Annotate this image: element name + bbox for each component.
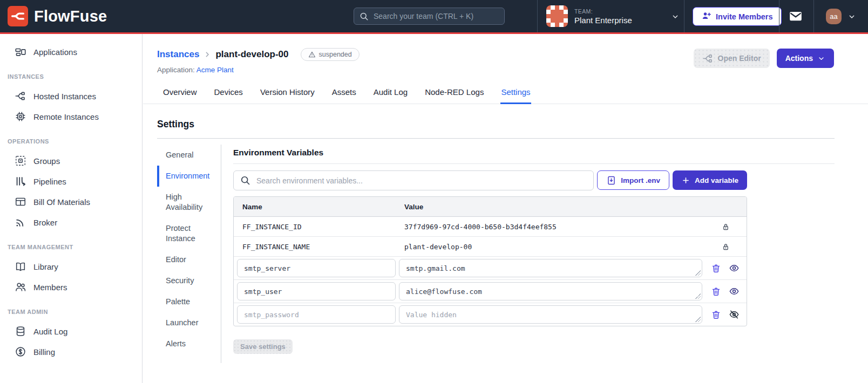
plus-icon bbox=[681, 176, 690, 185]
application-name-link[interactable]: Acme Plant bbox=[196, 66, 234, 74]
table-row: FF_INSTANCE_ID 37f7d969-97cd-4000-b650-b… bbox=[234, 217, 747, 237]
team-selector[interactable]: TEAM: Plant Enterprise bbox=[546, 5, 632, 27]
sidebar-item-hosted-instances[interactable]: Hosted Instances bbox=[0, 86, 142, 106]
sidebar-section-instances: INSTANCES bbox=[0, 71, 142, 82]
toggle-visibility-button[interactable] bbox=[729, 263, 740, 273]
pipelines-icon bbox=[15, 175, 26, 187]
sidebar-item-audit-log[interactable]: Audit Log bbox=[0, 321, 142, 341]
tab-version-history[interactable]: Version History bbox=[260, 83, 315, 104]
lock-icon bbox=[721, 222, 730, 231]
sidebar-item-label: Pipelines bbox=[33, 177, 66, 186]
settings-nav-environment[interactable]: Environment bbox=[157, 166, 221, 187]
breadcrumb-instances-link[interactable]: Instances bbox=[157, 49, 199, 60]
import-env-icon bbox=[606, 175, 616, 186]
sidebar-item-billing[interactable]: Billing bbox=[0, 341, 142, 362]
settings-nav-general[interactable]: General bbox=[157, 145, 221, 166]
env-var-value-input[interactable] bbox=[399, 305, 702, 324]
invite-members-button[interactable]: Invite Members bbox=[693, 7, 782, 26]
toggle-visibility-button[interactable] bbox=[729, 309, 740, 320]
brand-logo[interactable]: FlowFuse bbox=[8, 6, 107, 26]
open-editor-button[interactable]: Open Editor bbox=[694, 49, 770, 68]
env-search-input[interactable] bbox=[233, 170, 594, 190]
sidebar-item-label: Broker bbox=[33, 218, 57, 227]
sidebar-item-pipelines[interactable]: Pipelines bbox=[0, 171, 142, 191]
sidebar-item-label: Library bbox=[33, 262, 58, 271]
audit-log-icon bbox=[15, 325, 26, 337]
library-icon bbox=[15, 261, 26, 272]
flowfuse-app: FlowFuse TEAM bbox=[0, 0, 868, 383]
actions-button[interactable]: Actions bbox=[777, 49, 834, 68]
tab-node-red-logs[interactable]: Node-RED Logs bbox=[424, 83, 484, 104]
delete-variable-button[interactable] bbox=[711, 286, 721, 297]
sidebar-item-members[interactable]: Members bbox=[0, 277, 142, 297]
tab-overview[interactable]: Overview bbox=[162, 83, 198, 104]
lock-icon bbox=[721, 242, 730, 251]
resize-grip[interactable] bbox=[695, 317, 701, 322]
settings-nav-protect-instance[interactable]: Protect Instance bbox=[157, 218, 221, 249]
env-var-name-input[interactable] bbox=[237, 305, 396, 324]
settings-nav-palette[interactable]: Palette bbox=[157, 291, 221, 312]
delete-variable-button[interactable] bbox=[711, 310, 721, 320]
sidebar-item-applications[interactable]: Applications bbox=[0, 42, 142, 62]
chevron-down-icon[interactable] bbox=[847, 12, 856, 23]
top-navbar: FlowFuse TEAM bbox=[0, 0, 868, 34]
env-var-name-input[interactable] bbox=[237, 282, 396, 300]
eye-icon bbox=[729, 286, 740, 297]
settings-nav-high-availability[interactable]: High Availability bbox=[157, 187, 221, 218]
team-avatar bbox=[546, 5, 568, 27]
settings-nav-alerts[interactable]: Alerts bbox=[157, 333, 221, 354]
tab-assets[interactable]: Assets bbox=[331, 83, 357, 104]
sidebar-item-groups[interactable]: Groups bbox=[0, 151, 142, 171]
search-icon bbox=[359, 11, 369, 23]
bill-of-materials-icon bbox=[15, 196, 26, 208]
header-buttons: Open Editor Actions bbox=[694, 49, 834, 68]
save-settings-button[interactable]: Save settings bbox=[233, 339, 293, 354]
main-content: Instances plant-develop-00 suspended App… bbox=[143, 34, 868, 383]
hosted-instances-icon bbox=[15, 90, 26, 102]
trash-icon bbox=[711, 286, 721, 297]
sidebar-section-operations: OPERATIONS bbox=[0, 136, 142, 147]
divider bbox=[813, 0, 814, 32]
settings-subnav: General Environment High Availability Pr… bbox=[157, 145, 221, 363]
toggle-visibility-button[interactable] bbox=[729, 286, 740, 297]
search-icon bbox=[240, 175, 250, 188]
sidebar-item-label: Applications bbox=[33, 47, 77, 57]
sidebar-item-bill-of-materials[interactable]: Bill Of Materials bbox=[0, 191, 142, 212]
column-header-value: Value bbox=[396, 203, 701, 211]
environment-toolbar: Import .env Add variable bbox=[233, 170, 747, 190]
table-header-row: Name Value bbox=[234, 197, 747, 217]
tab-audit-log[interactable]: Audit Log bbox=[373, 83, 408, 104]
sidebar-item-library[interactable]: Library bbox=[0, 256, 142, 277]
env-variables-table: Name Value FF_INSTANCE_ID 37f7d969-97cd-… bbox=[233, 196, 747, 326]
team-search bbox=[354, 8, 505, 25]
settings-nav-editor[interactable]: Editor bbox=[157, 249, 221, 270]
sidebar-item-broker[interactable]: Broker bbox=[0, 212, 142, 232]
add-variable-button[interactable]: Add variable bbox=[673, 170, 747, 190]
settings-nav-security[interactable]: Security bbox=[157, 270, 221, 291]
delete-variable-button[interactable] bbox=[711, 263, 721, 273]
trash-icon bbox=[711, 310, 721, 320]
environment-panel: Environment Variables Import .env bbox=[221, 145, 835, 363]
tab-devices[interactable]: Devices bbox=[214, 83, 243, 104]
env-var-name-input[interactable] bbox=[237, 259, 396, 277]
chevron-down-icon[interactable] bbox=[671, 12, 680, 23]
settings-nav-launcher[interactable]: Launcher bbox=[157, 312, 221, 333]
user-avatar[interactable]: aa bbox=[826, 9, 842, 24]
team-search-input[interactable] bbox=[354, 8, 505, 25]
sidebar-item-remote-instances[interactable]: Remote Instances bbox=[0, 106, 142, 127]
trash-icon bbox=[711, 263, 721, 273]
env-var-value-input[interactable] bbox=[399, 259, 702, 277]
tab-settings[interactable]: Settings bbox=[500, 83, 531, 104]
resize-grip[interactable] bbox=[695, 270, 701, 276]
page-header: Instances plant-develop-00 suspended App… bbox=[143, 34, 868, 74]
divider bbox=[779, 0, 779, 32]
add-variable-label: Add variable bbox=[695, 176, 738, 184]
resize-grip[interactable] bbox=[695, 293, 701, 299]
sidebar-item-label: Bill Of Materials bbox=[33, 197, 90, 207]
env-var-value-input[interactable] bbox=[399, 282, 702, 300]
import-env-button[interactable]: Import .env bbox=[597, 170, 669, 190]
env-var-name: FF_INSTANCE_NAME bbox=[234, 243, 396, 251]
sidebar-item-label: Members bbox=[33, 283, 67, 292]
mail-icon[interactable] bbox=[789, 9, 803, 25]
sidebar-item-label: Groups bbox=[33, 156, 60, 166]
